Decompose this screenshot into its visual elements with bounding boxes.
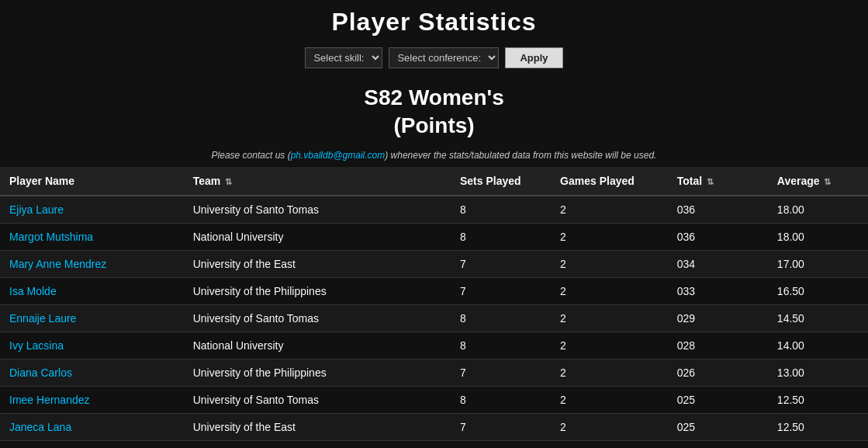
cell-average: 12.50 bbox=[768, 440, 868, 448]
avg-sort-icon: ⇅ bbox=[824, 177, 831, 186]
cell-average: 16.50 bbox=[768, 277, 868, 304]
cell-player-name: Ivy Lacsina bbox=[0, 332, 184, 359]
page-title: Player Statistics bbox=[0, 8, 868, 36]
cell-sets-played: 7 bbox=[451, 413, 551, 440]
cell-total: 034 bbox=[668, 250, 768, 277]
cell-games-played: 2 bbox=[551, 304, 668, 332]
notice-email[interactable]: ph.vballdb@gmail.com bbox=[291, 150, 386, 161]
cell-player-name: Risa Sato bbox=[0, 440, 184, 448]
cell-sets-played: 7 bbox=[451, 250, 551, 277]
cell-games-played: 2 bbox=[551, 386, 668, 413]
cell-games-played: 2 bbox=[551, 196, 668, 224]
col-header-total[interactable]: Total ⇅ bbox=[668, 167, 768, 196]
cell-average: 17.00 bbox=[768, 250, 868, 277]
total-sort-icon: ⇅ bbox=[707, 177, 714, 186]
cell-player-name: Mary Anne Mendrez bbox=[0, 250, 184, 277]
notice-before: Please contact us ( bbox=[212, 150, 291, 161]
col-header-average[interactable]: Average ⇅ bbox=[768, 167, 868, 196]
cell-average: 14.50 bbox=[768, 304, 868, 332]
player-link[interactable]: Isa Molde bbox=[9, 285, 57, 297]
player-link[interactable]: Ennaije Laure bbox=[9, 312, 76, 325]
cell-average: 18.00 bbox=[768, 223, 868, 250]
cell-player-name: Isa Molde bbox=[0, 277, 184, 304]
filter-controls: Select skill: Select conference: Apply bbox=[0, 41, 868, 76]
cell-player-name: Margot Mutshima bbox=[0, 223, 184, 250]
cell-games-played: 2 bbox=[551, 413, 668, 440]
col-header-games: Games Played bbox=[551, 167, 668, 196]
cell-total: 033 bbox=[668, 277, 768, 304]
cell-team: University of the Philippines bbox=[184, 277, 451, 304]
cell-team: University of the East bbox=[184, 250, 451, 277]
cell-player-name: Ejiya Laure bbox=[0, 196, 184, 224]
cell-sets-played: 8 bbox=[451, 332, 551, 359]
cell-games-played: 2 bbox=[551, 277, 668, 304]
stats-table: Player Name Team ⇅ Sets Played Games Pla… bbox=[0, 167, 868, 448]
cell-games-played: 2 bbox=[551, 250, 668, 277]
subtitle-line1: S82 Women's bbox=[364, 85, 503, 109]
cell-player-name: Janeca Lana bbox=[0, 413, 184, 440]
cell-games-played: 2 bbox=[551, 332, 668, 359]
table-row: Isa MoldeUniversity of the Philippines72… bbox=[0, 277, 868, 304]
cell-games-played: 2 bbox=[551, 440, 668, 448]
col-header-player: Player Name bbox=[0, 167, 184, 196]
apply-button[interactable]: Apply bbox=[505, 47, 562, 68]
cell-total: 029 bbox=[668, 304, 768, 332]
cell-sets-played: 7 bbox=[451, 359, 551, 386]
table-row: Ejiya LaureUniversity of Santo Tomas8203… bbox=[0, 196, 868, 224]
cell-team: University of the East bbox=[184, 413, 451, 440]
col-header-sets: Sets Played bbox=[451, 167, 551, 196]
cell-sets-played: 8 bbox=[451, 223, 551, 250]
subtitle-section: S82 Women's (Points) bbox=[0, 76, 868, 142]
notice-after: ) whenever the stats/tabulated data from… bbox=[385, 150, 656, 161]
cell-total: 026 bbox=[668, 359, 768, 386]
cell-team: University of Santo Tomas bbox=[184, 304, 451, 332]
cell-games-played: 2 bbox=[551, 223, 668, 250]
table-row: Janeca LanaUniversity of the East7202512… bbox=[0, 413, 868, 440]
cell-total: 036 bbox=[668, 223, 768, 250]
cell-team: National University bbox=[184, 223, 451, 250]
player-link[interactable]: Mary Anne Mendrez bbox=[9, 258, 106, 270]
cell-team: National University bbox=[184, 440, 451, 448]
cell-average: 18.00 bbox=[768, 196, 868, 224]
player-link[interactable]: Ejiya Laure bbox=[9, 203, 64, 216]
skill-select[interactable]: Select skill: bbox=[305, 47, 382, 68]
cell-games-played: 2 bbox=[551, 359, 668, 386]
cell-average: 13.00 bbox=[768, 359, 868, 386]
player-link[interactable]: Diana Carlos bbox=[9, 366, 72, 379]
cell-total: 036 bbox=[668, 196, 768, 224]
player-link[interactable]: Ivy Lacsina bbox=[9, 339, 64, 352]
cell-total: 028 bbox=[668, 332, 768, 359]
cell-sets-played: 7 bbox=[451, 277, 551, 304]
subtitle-line2: (Points) bbox=[393, 113, 474, 137]
col-header-team[interactable]: Team ⇅ bbox=[184, 167, 451, 196]
cell-average: 12.50 bbox=[768, 386, 868, 413]
cell-average: 12.50 bbox=[768, 413, 868, 440]
table-body: Ejiya LaureUniversity of Santo Tomas8203… bbox=[0, 196, 868, 448]
cell-sets-played: 8 bbox=[451, 386, 551, 413]
cell-sets-played: 8 bbox=[451, 440, 551, 448]
cell-team: University of Santo Tomas bbox=[184, 386, 451, 413]
player-link[interactable]: Margot Mutshima bbox=[9, 231, 93, 243]
player-link[interactable]: Imee Hernandez bbox=[9, 394, 90, 406]
notice-text: Please contact us (ph.vballdb@gmail.com)… bbox=[0, 142, 868, 167]
cell-total: 025 bbox=[668, 440, 768, 448]
cell-average: 14.00 bbox=[768, 332, 868, 359]
cell-team: University of the Philippines bbox=[184, 359, 451, 386]
cell-team: University of Santo Tomas bbox=[184, 196, 451, 224]
cell-total: 025 bbox=[668, 386, 768, 413]
cell-sets-played: 8 bbox=[451, 196, 551, 224]
table-header-row: Player Name Team ⇅ Sets Played Games Pla… bbox=[0, 167, 868, 196]
cell-team: National University bbox=[184, 332, 451, 359]
cell-player-name: Diana Carlos bbox=[0, 359, 184, 386]
table-row: Margot MutshimaNational University820361… bbox=[0, 223, 868, 250]
table-row: Ivy LacsinaNational University8202814.00 bbox=[0, 332, 868, 359]
player-link[interactable]: Janeca Lana bbox=[9, 421, 71, 433]
table-row: Ennaije LaureUniversity of Santo Tomas82… bbox=[0, 304, 868, 332]
cell-player-name: Ennaije Laure bbox=[0, 304, 184, 332]
cell-total: 025 bbox=[668, 413, 768, 440]
table-row: Mary Anne MendrezUniversity of the East7… bbox=[0, 250, 868, 277]
cell-player-name: Imee Hernandez bbox=[0, 386, 184, 413]
conference-select[interactable]: Select conference: bbox=[389, 47, 499, 68]
team-sort-icon: ⇅ bbox=[225, 177, 232, 186]
table-row: Imee HernandezUniversity of Santo Tomas8… bbox=[0, 386, 868, 413]
